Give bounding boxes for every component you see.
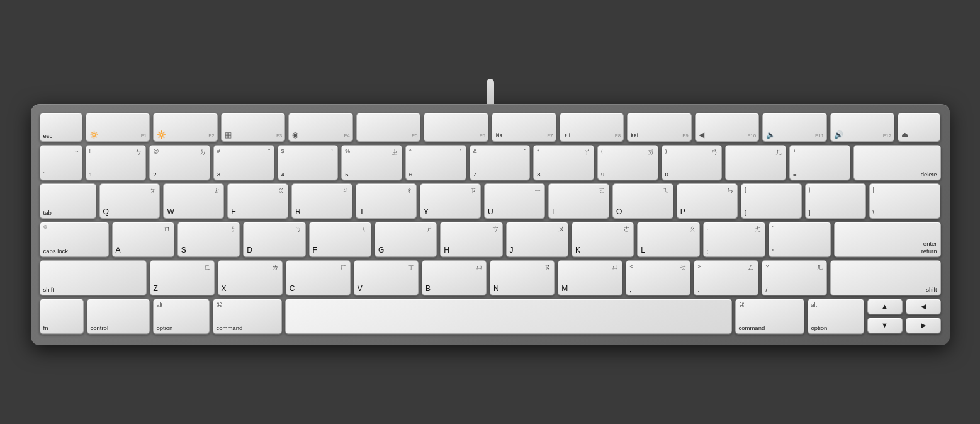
key-o[interactable]: ㄟ O (612, 183, 673, 219)
top-label: } (809, 186, 811, 193)
key-j[interactable]: ㄨ J (506, 222, 568, 257)
key-control[interactable]: control (87, 299, 150, 334)
key-eject[interactable]: ⏏ (898, 113, 940, 142)
key-v[interactable]: ㄒ V (354, 260, 419, 295)
key-x[interactable]: ㄌ X (218, 260, 283, 295)
key-f10[interactable]: ◀ F10 (695, 113, 760, 142)
key-h[interactable]: ㄘ H (440, 222, 502, 257)
key-f7[interactable]: ⏮ F7 (492, 113, 556, 142)
key-u[interactable]: ㄧ U (484, 183, 545, 219)
key-0[interactable]: ㄢ ) 0 (662, 145, 723, 180)
key-i[interactable]: ㄛ I (548, 183, 609, 219)
bottom-label: [ (745, 209, 746, 216)
key-g[interactable]: ㄕ G (375, 222, 437, 257)
bottom-label: 1 (89, 171, 93, 178)
cjk-label: ˊ (459, 148, 463, 156)
bottom-label: ; (707, 248, 709, 255)
key-n[interactable]: ㄡ N (490, 260, 555, 295)
key-quote[interactable]: " ' (769, 222, 831, 257)
key-slash[interactable]: ㄦ ? / (762, 260, 826, 295)
key-y[interactable]: ㄗ Y (420, 183, 481, 219)
key-b[interactable]: ㄩ B (422, 260, 487, 295)
key-esc[interactable]: esc (40, 113, 82, 142)
key-f2[interactable]: 🔆 F2 (153, 113, 218, 142)
cjk-label: ㄍ (278, 186, 284, 195)
key-k[interactable]: ㄜ K (572, 222, 634, 257)
key-l[interactable]: ㄠ L (637, 222, 699, 257)
top-label: * (537, 148, 539, 155)
top-label: ) (665, 148, 667, 155)
key-f12[interactable]: 🔊 F12 (830, 113, 895, 142)
cjk-label: ㄚ (583, 148, 590, 156)
cjk-label: ㄐ (342, 186, 349, 195)
fn-label: F2 (208, 133, 214, 139)
key-rshift[interactable]: shift (830, 260, 941, 295)
key-lshift[interactable]: shift (40, 260, 147, 295)
key-f5[interactable]: F5 (356, 113, 421, 142)
key-f11[interactable]: 🔈 F11 (762, 113, 827, 142)
key-cmd-left[interactable]: ⌘ command (213, 299, 282, 334)
key-q[interactable]: ㄆ Q (99, 183, 161, 219)
key-icon: 🔆 (157, 130, 166, 139)
key-label: fn (43, 324, 48, 331)
key-arrow-right[interactable]: ▶ (906, 318, 941, 333)
key-space[interactable] (285, 299, 732, 334)
key-f9[interactable]: ⏭ F9 (627, 113, 692, 142)
key-7[interactable]: ˙ & 7 (470, 145, 531, 180)
key-lbracket[interactable]: { [ (741, 183, 802, 219)
key-backslash[interactable]: | \ (869, 183, 941, 219)
bottom-label: = (793, 171, 797, 178)
key-f4[interactable]: ◉ F4 (288, 113, 353, 142)
key-r[interactable]: ㄐ R (291, 183, 352, 219)
bottom-label: command (739, 324, 765, 331)
key-w[interactable]: ㄊ W (163, 183, 224, 219)
lr-arrow-group: ◀ ▶ (906, 299, 941, 334)
key-arrow-down[interactable]: ▼ (867, 318, 903, 333)
key-2[interactable]: ㄉ @ 2 (149, 145, 210, 180)
key-z[interactable]: ㄈ Z (150, 260, 215, 295)
key-5[interactable]: ㄓ % 5 (341, 145, 402, 180)
key-1[interactable]: ㄅ ! 1 (86, 145, 147, 180)
key-6[interactable]: ˊ ^ 6 (405, 145, 466, 180)
key-e[interactable]: ㄍ E (227, 183, 288, 219)
key-alt-left[interactable]: alt option (153, 299, 210, 334)
key-s[interactable]: ㄋ S (177, 222, 240, 257)
key-f[interactable]: ㄑ F (309, 222, 371, 257)
key-cmd-right[interactable]: ⌘ command (735, 299, 804, 334)
main-label: C (290, 284, 295, 293)
key-rbracket[interactable]: } ] (805, 183, 866, 219)
key-3[interactable]: ˇ # 3 (213, 145, 274, 180)
key-period[interactable]: ㄥ > . (694, 260, 758, 295)
main-label: W (167, 207, 174, 216)
fn-label: F6 (480, 133, 485, 139)
key-p[interactable]: ㄣ P (677, 183, 738, 219)
key-c[interactable]: ㄏ C (286, 260, 351, 295)
key-m[interactable]: ㄩ M (558, 260, 622, 295)
asdf-row: caps lock ㄇ A ㄋ S ㄎ D ㄑ F ㄕ G (40, 222, 941, 257)
key-f1[interactable]: 🔅 F1 (86, 113, 150, 142)
key-tilde[interactable]: ~ ` (40, 145, 82, 180)
key-arrow-left[interactable]: ◀ (906, 299, 941, 314)
key-minus[interactable]: ㄦ _ - (725, 145, 786, 180)
key-semicolon[interactable]: ㄤ : ; (703, 222, 765, 257)
key-equals[interactable]: + = (789, 145, 850, 180)
cjk-label: ㄩ (612, 263, 619, 272)
key-f8[interactable]: ⏯ F8 (560, 113, 624, 142)
key-enter[interactable]: enter return (834, 222, 940, 257)
cjk-label: ㄠ (689, 225, 696, 233)
key-arrow-up[interactable]: ▲ (867, 299, 903, 314)
key-t[interactable]: ㄔ T (356, 183, 417, 219)
key-8[interactable]: ㄚ * 8 (533, 145, 594, 180)
key-a[interactable]: ㄇ A (112, 222, 174, 257)
key-4[interactable]: ˋ $ 4 (278, 145, 339, 180)
key-comma[interactable]: ㄝ < , (626, 260, 690, 295)
key-delete[interactable]: delete (853, 145, 941, 180)
key-fn[interactable]: fn (40, 299, 84, 334)
key-capslock[interactable]: caps lock (40, 222, 109, 257)
key-alt-right[interactable]: alt option (808, 299, 864, 334)
key-9[interactable]: ㄞ ( 9 (597, 145, 658, 180)
key-f3[interactable]: ▦ F3 (221, 113, 286, 142)
key-f6[interactable]: F6 (424, 113, 488, 142)
key-tab[interactable]: tab (40, 183, 96, 219)
key-d[interactable]: ㄎ D (243, 222, 305, 257)
